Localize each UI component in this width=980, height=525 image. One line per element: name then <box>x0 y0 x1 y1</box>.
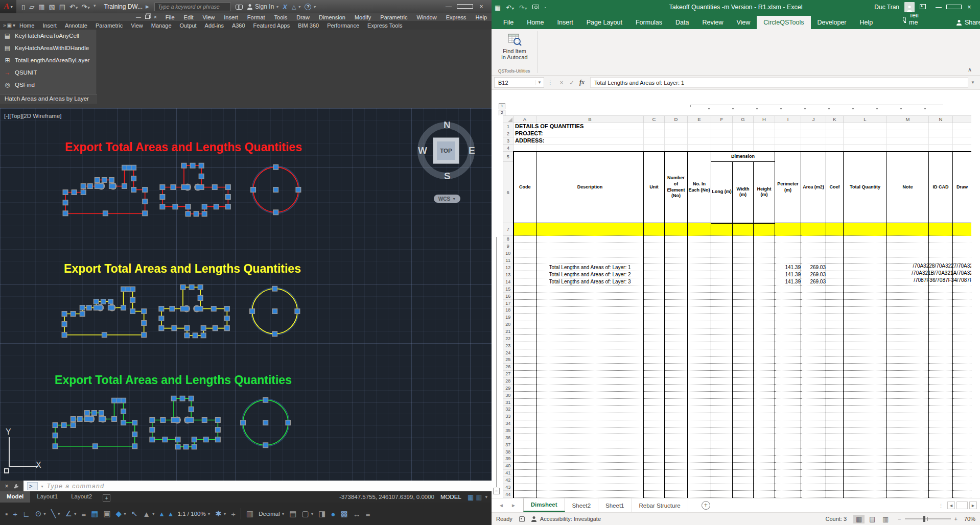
cell[interactable] <box>711 223 733 236</box>
cell[interactable] <box>536 243 644 250</box>
header-description[interactable]: Description <box>536 152 644 223</box>
cell[interactable] <box>665 420 688 427</box>
cell[interactable] <box>826 434 844 441</box>
cell[interactable] <box>644 476 665 484</box>
cell[interactable] <box>733 349 754 356</box>
cell[interactable] <box>514 314 536 321</box>
cell[interactable] <box>754 123 775 130</box>
cell[interactable] <box>665 385 688 392</box>
cell[interactable] <box>826 484 844 491</box>
view-compass[interactable]: N S W E TOP <box>416 121 478 188</box>
cell[interactable] <box>536 223 644 236</box>
cell[interactable] <box>844 145 887 152</box>
row-header[interactable]: 36 <box>503 434 514 441</box>
cell[interactable] <box>644 314 665 321</box>
normal-view-icon[interactable]: ▦ <box>853 515 865 523</box>
cell[interactable] <box>775 250 801 257</box>
cell[interactable] <box>754 434 775 441</box>
cell[interactable] <box>644 392 665 399</box>
cell[interactable] <box>711 406 733 413</box>
cell[interactable] <box>887 462 929 469</box>
cancel-icon[interactable]: × <box>556 79 567 86</box>
cell[interactable] <box>688 448 711 456</box>
cell[interactable] <box>956 284 972 291</box>
palette-item[interactable]: ⊞ TotalLengthAndAreaByLayer <box>0 54 97 66</box>
cell[interactable] <box>711 491 733 498</box>
cell[interactable] <box>711 427 733 434</box>
cell[interactable] <box>826 243 844 250</box>
cell[interactable] <box>775 123 801 130</box>
cell[interactable] <box>665 236 688 243</box>
cell[interactable] <box>536 476 644 484</box>
cell[interactable] <box>711 271 733 278</box>
sheet-tab[interactable]: Sheet2 <box>565 498 598 512</box>
cell[interactable] <box>644 399 665 406</box>
cell[interactable] <box>644 307 665 314</box>
cell[interactable] <box>733 469 754 476</box>
cell[interactable] <box>826 413 844 420</box>
cell[interactable] <box>826 264 844 271</box>
annotation-visibility-icon[interactable]: ▴ <box>160 509 164 518</box>
cell[interactable] <box>826 462 844 469</box>
ruler-icon[interactable]: ▥ <box>246 509 253 518</box>
cell[interactable] <box>711 278 733 285</box>
cell[interactable] <box>665 370 688 377</box>
cell[interactable] <box>644 406 665 413</box>
cell[interactable] <box>775 420 801 427</box>
cell[interactable] <box>514 300 536 307</box>
cell[interactable] <box>844 420 887 427</box>
cell[interactable] <box>844 236 887 243</box>
sign-in-button[interactable]: Sign In▾ <box>247 3 278 10</box>
row-header[interactable]: 17 <box>503 300 514 307</box>
cell[interactable] <box>956 411 972 418</box>
cell[interactable] <box>775 406 801 413</box>
cell[interactable] <box>887 434 929 441</box>
cell[interactable] <box>536 335 644 342</box>
cell[interactable] <box>887 399 929 406</box>
cell[interactable] <box>688 145 711 152</box>
cell[interactable] <box>887 321 929 328</box>
title-expand-icon[interactable]: ▶ <box>146 4 149 9</box>
cell[interactable] <box>801 399 826 406</box>
selected-polylines-and-circle[interactable] <box>59 281 306 342</box>
cell[interactable] <box>754 300 775 307</box>
cell[interactable] <box>688 130 711 137</box>
column-header[interactable]: C <box>644 116 665 123</box>
cell[interactable] <box>665 123 688 130</box>
cell[interactable] <box>801 321 826 328</box>
cell[interactable] <box>754 285 775 293</box>
header-width[interactable]: Width (m) <box>733 162 754 223</box>
cell[interactable] <box>514 349 536 356</box>
cell[interactable] <box>844 356 887 364</box>
cell[interactable] <box>644 342 665 349</box>
ribbon-tab[interactable]: Page Layout <box>580 16 629 29</box>
row-header[interactable]: 35 <box>503 427 514 434</box>
cell[interactable] <box>644 441 665 448</box>
header-long[interactable]: Long (m) <box>711 162 733 223</box>
row-header[interactable]: 33 <box>503 413 514 420</box>
cell[interactable] <box>644 456 665 463</box>
plot-icon[interactable]: ▤ <box>59 3 65 11</box>
cell[interactable] <box>956 255 972 262</box>
cell[interactable] <box>688 420 711 427</box>
command-line-grip[interactable]: × <box>0 481 24 492</box>
column-header[interactable]: H <box>754 116 775 123</box>
cell[interactable] <box>733 456 754 463</box>
menu-item[interactable]: Express <box>441 14 471 20</box>
cell[interactable] <box>801 427 826 434</box>
cell[interactable] <box>688 285 711 293</box>
cell[interactable] <box>801 484 826 491</box>
menu-item[interactable]: Tools <box>270 14 292 20</box>
cell[interactable] <box>826 271 844 278</box>
cell[interactable] <box>688 434 711 441</box>
clean-screen-icon[interactable]: ▩ <box>341 509 348 518</box>
cell[interactable] <box>844 491 887 498</box>
cell[interactable] <box>844 448 887 456</box>
cell[interactable] <box>536 441 644 448</box>
cell[interactable] <box>536 300 644 307</box>
new-icon[interactable]: ▯ <box>21 3 25 11</box>
cell[interactable] <box>844 476 887 484</box>
row-header[interactable]: 34 <box>503 420 514 427</box>
cell[interactable] <box>665 399 688 406</box>
cell[interactable] <box>514 307 536 314</box>
